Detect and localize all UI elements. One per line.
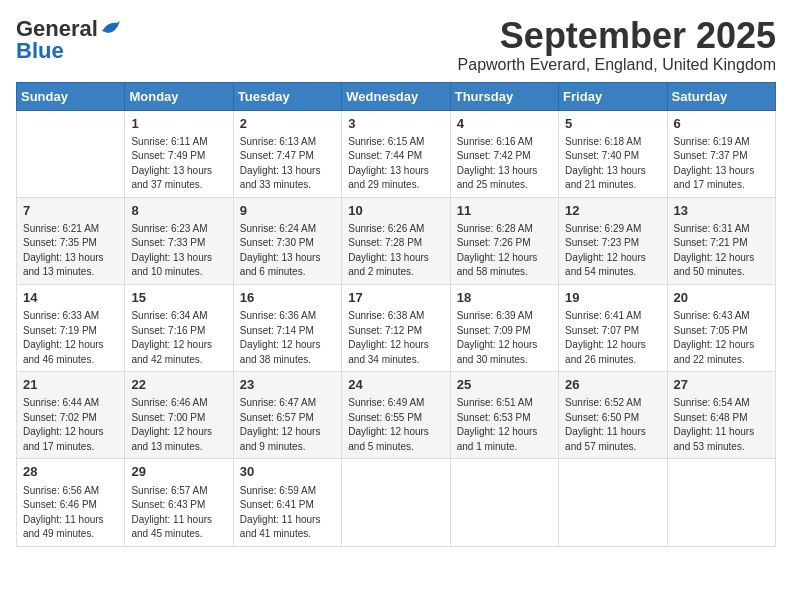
day-info: Sunrise: 6:39 AMSunset: 7:09 PMDaylight:… xyxy=(457,309,552,367)
calendar-day-cell xyxy=(342,459,450,546)
day-info: Sunrise: 6:51 AMSunset: 6:53 PMDaylight:… xyxy=(457,396,552,454)
title-block: September 2025 Papworth Everard, England… xyxy=(458,16,776,74)
day-info: Sunrise: 6:36 AMSunset: 7:14 PMDaylight:… xyxy=(240,309,335,367)
calendar-day-cell: 7Sunrise: 6:21 AMSunset: 7:35 PMDaylight… xyxy=(17,197,125,284)
weekday-header: Friday xyxy=(559,82,667,110)
calendar-day-cell: 20Sunrise: 6:43 AMSunset: 7:05 PMDayligh… xyxy=(667,284,775,371)
day-info: Sunrise: 6:59 AMSunset: 6:41 PMDaylight:… xyxy=(240,484,335,542)
calendar-day-cell xyxy=(450,459,558,546)
calendar-week-row: 28Sunrise: 6:56 AMSunset: 6:46 PMDayligh… xyxy=(17,459,776,546)
calendar-day-cell: 19Sunrise: 6:41 AMSunset: 7:07 PMDayligh… xyxy=(559,284,667,371)
day-info: Sunrise: 6:24 AMSunset: 7:30 PMDaylight:… xyxy=(240,222,335,280)
day-number: 26 xyxy=(565,376,660,394)
day-info: Sunrise: 6:52 AMSunset: 6:50 PMDaylight:… xyxy=(565,396,660,454)
calendar-day-cell: 6Sunrise: 6:19 AMSunset: 7:37 PMDaylight… xyxy=(667,110,775,197)
day-info: Sunrise: 6:16 AMSunset: 7:42 PMDaylight:… xyxy=(457,135,552,193)
day-number: 20 xyxy=(674,289,769,307)
day-info: Sunrise: 6:29 AMSunset: 7:23 PMDaylight:… xyxy=(565,222,660,280)
day-info: Sunrise: 6:33 AMSunset: 7:19 PMDaylight:… xyxy=(23,309,118,367)
day-number: 27 xyxy=(674,376,769,394)
calendar-day-cell: 17Sunrise: 6:38 AMSunset: 7:12 PMDayligh… xyxy=(342,284,450,371)
day-info: Sunrise: 6:31 AMSunset: 7:21 PMDaylight:… xyxy=(674,222,769,280)
calendar-day-cell: 1Sunrise: 6:11 AMSunset: 7:49 PMDaylight… xyxy=(125,110,233,197)
day-info: Sunrise: 6:44 AMSunset: 7:02 PMDaylight:… xyxy=(23,396,118,454)
logo: General Blue xyxy=(16,16,122,64)
calendar-day-cell: 29Sunrise: 6:57 AMSunset: 6:43 PMDayligh… xyxy=(125,459,233,546)
calendar-day-cell: 22Sunrise: 6:46 AMSunset: 7:00 PMDayligh… xyxy=(125,372,233,459)
calendar-week-row: 1Sunrise: 6:11 AMSunset: 7:49 PMDaylight… xyxy=(17,110,776,197)
calendar-day-cell: 11Sunrise: 6:28 AMSunset: 7:26 PMDayligh… xyxy=(450,197,558,284)
weekday-header: Wednesday xyxy=(342,82,450,110)
day-number: 6 xyxy=(674,115,769,133)
day-number: 24 xyxy=(348,376,443,394)
weekday-header: Sunday xyxy=(17,82,125,110)
day-info: Sunrise: 6:54 AMSunset: 6:48 PMDaylight:… xyxy=(674,396,769,454)
calendar-day-cell: 28Sunrise: 6:56 AMSunset: 6:46 PMDayligh… xyxy=(17,459,125,546)
day-number: 12 xyxy=(565,202,660,220)
calendar-day-cell xyxy=(17,110,125,197)
day-info: Sunrise: 6:38 AMSunset: 7:12 PMDaylight:… xyxy=(348,309,443,367)
weekday-header: Tuesday xyxy=(233,82,341,110)
day-info: Sunrise: 6:11 AMSunset: 7:49 PMDaylight:… xyxy=(131,135,226,193)
day-info: Sunrise: 6:19 AMSunset: 7:37 PMDaylight:… xyxy=(674,135,769,193)
day-info: Sunrise: 6:47 AMSunset: 6:57 PMDaylight:… xyxy=(240,396,335,454)
day-number: 18 xyxy=(457,289,552,307)
day-number: 22 xyxy=(131,376,226,394)
weekday-header: Monday xyxy=(125,82,233,110)
day-number: 29 xyxy=(131,463,226,481)
calendar-day-cell: 27Sunrise: 6:54 AMSunset: 6:48 PMDayligh… xyxy=(667,372,775,459)
day-info: Sunrise: 6:18 AMSunset: 7:40 PMDaylight:… xyxy=(565,135,660,193)
day-info: Sunrise: 6:49 AMSunset: 6:55 PMDaylight:… xyxy=(348,396,443,454)
weekday-header: Saturday xyxy=(667,82,775,110)
calendar-day-cell: 8Sunrise: 6:23 AMSunset: 7:33 PMDaylight… xyxy=(125,197,233,284)
calendar-day-cell: 12Sunrise: 6:29 AMSunset: 7:23 PMDayligh… xyxy=(559,197,667,284)
day-info: Sunrise: 6:21 AMSunset: 7:35 PMDaylight:… xyxy=(23,222,118,280)
day-info: Sunrise: 6:56 AMSunset: 6:46 PMDaylight:… xyxy=(23,484,118,542)
day-number: 10 xyxy=(348,202,443,220)
day-number: 25 xyxy=(457,376,552,394)
calendar-day-cell xyxy=(667,459,775,546)
day-number: 9 xyxy=(240,202,335,220)
logo-blue: Blue xyxy=(16,38,64,64)
logo-bird-icon xyxy=(100,19,122,39)
calendar-week-row: 21Sunrise: 6:44 AMSunset: 7:02 PMDayligh… xyxy=(17,372,776,459)
calendar-day-cell: 26Sunrise: 6:52 AMSunset: 6:50 PMDayligh… xyxy=(559,372,667,459)
location-title: Papworth Everard, England, United Kingdo… xyxy=(458,56,776,74)
day-number: 11 xyxy=(457,202,552,220)
day-number: 17 xyxy=(348,289,443,307)
calendar-day-cell: 16Sunrise: 6:36 AMSunset: 7:14 PMDayligh… xyxy=(233,284,341,371)
day-number: 28 xyxy=(23,463,118,481)
day-info: Sunrise: 6:41 AMSunset: 7:07 PMDaylight:… xyxy=(565,309,660,367)
day-info: Sunrise: 6:28 AMSunset: 7:26 PMDaylight:… xyxy=(457,222,552,280)
day-number: 7 xyxy=(23,202,118,220)
day-number: 4 xyxy=(457,115,552,133)
calendar-day-cell: 18Sunrise: 6:39 AMSunset: 7:09 PMDayligh… xyxy=(450,284,558,371)
calendar-day-cell: 2Sunrise: 6:13 AMSunset: 7:47 PMDaylight… xyxy=(233,110,341,197)
calendar-day-cell: 14Sunrise: 6:33 AMSunset: 7:19 PMDayligh… xyxy=(17,284,125,371)
calendar-week-row: 7Sunrise: 6:21 AMSunset: 7:35 PMDaylight… xyxy=(17,197,776,284)
weekday-header: Thursday xyxy=(450,82,558,110)
month-title: September 2025 xyxy=(458,16,776,56)
calendar-day-cell: 5Sunrise: 6:18 AMSunset: 7:40 PMDaylight… xyxy=(559,110,667,197)
day-number: 21 xyxy=(23,376,118,394)
day-number: 19 xyxy=(565,289,660,307)
calendar-day-cell: 21Sunrise: 6:44 AMSunset: 7:02 PMDayligh… xyxy=(17,372,125,459)
day-number: 3 xyxy=(348,115,443,133)
calendar-day-cell: 10Sunrise: 6:26 AMSunset: 7:28 PMDayligh… xyxy=(342,197,450,284)
day-info: Sunrise: 6:26 AMSunset: 7:28 PMDaylight:… xyxy=(348,222,443,280)
day-info: Sunrise: 6:15 AMSunset: 7:44 PMDaylight:… xyxy=(348,135,443,193)
calendar-day-cell xyxy=(559,459,667,546)
day-number: 15 xyxy=(131,289,226,307)
day-info: Sunrise: 6:43 AMSunset: 7:05 PMDaylight:… xyxy=(674,309,769,367)
day-info: Sunrise: 6:13 AMSunset: 7:47 PMDaylight:… xyxy=(240,135,335,193)
day-number: 23 xyxy=(240,376,335,394)
day-number: 1 xyxy=(131,115,226,133)
weekday-header-row: SundayMondayTuesdayWednesdayThursdayFrid… xyxy=(17,82,776,110)
day-info: Sunrise: 6:34 AMSunset: 7:16 PMDaylight:… xyxy=(131,309,226,367)
calendar-table: SundayMondayTuesdayWednesdayThursdayFrid… xyxy=(16,82,776,547)
calendar-day-cell: 24Sunrise: 6:49 AMSunset: 6:55 PMDayligh… xyxy=(342,372,450,459)
calendar-day-cell: 3Sunrise: 6:15 AMSunset: 7:44 PMDaylight… xyxy=(342,110,450,197)
calendar-day-cell: 30Sunrise: 6:59 AMSunset: 6:41 PMDayligh… xyxy=(233,459,341,546)
page-header: General Blue September 2025 Papworth Eve… xyxy=(16,16,776,74)
day-info: Sunrise: 6:57 AMSunset: 6:43 PMDaylight:… xyxy=(131,484,226,542)
